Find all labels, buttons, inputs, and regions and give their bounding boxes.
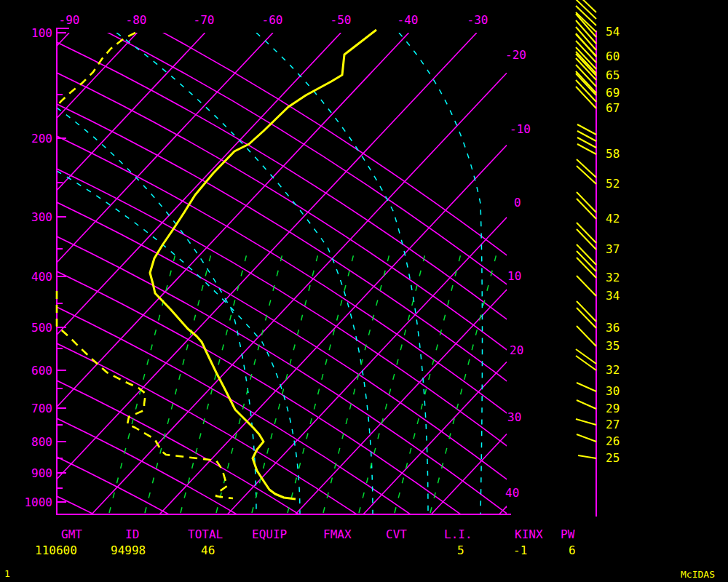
stat-value: 6 [569,545,576,556]
mcidas-sounding-screen: 1002003004005006007008009001000 -90-80-7… [0,0,728,582]
stat-header: FMAX [323,529,352,540]
dry-adiabat-line [57,202,610,560]
wind-speed-label: 65 [606,70,620,81]
dry-adiabat-line [57,136,610,494]
dry-adiabat-line [57,104,610,462]
isotherm-line [431,33,728,514]
stat-header: CVT [386,529,407,540]
temperature-label-top: -90 [59,15,80,25]
temperature-trace [150,30,376,499]
wind-barb-feather [577,383,596,391]
temperature-label-top: -50 [331,15,352,25]
wind-barb-feather [576,349,596,364]
temperature-label-top: -70 [194,15,215,25]
stat-value: 46 [201,545,215,556]
temperature-label-top: -60 [262,15,283,25]
dry-adiabat-line [57,457,610,582]
pressure-label: 900 [31,468,52,479]
pressure-label: 600 [31,365,52,376]
wind-speed-label: 35 [606,340,620,351]
wind-speed-label: 67 [606,103,620,113]
wind-speed-label: 36 [606,322,620,333]
mcidas-brand: McIDAS [681,569,715,580]
temperature-label-top: -40 [397,15,419,25]
stat-header: TOTAL [188,529,223,540]
stat-value: -1 [513,545,527,556]
wind-speed-label: 54 [606,26,620,37]
wind-speed-label: 37 [606,244,620,255]
mixing-ratio-line [181,251,248,513]
dry-adiabat-line [57,169,610,527]
wind-speed-label: 32 [606,272,620,283]
pressure-label: 500 [31,322,52,333]
moist-adiabat-line [57,108,256,514]
wind-barb-feather [576,20,596,44]
pressure-label: 700 [31,403,52,414]
wind-speed-label: 26 [606,436,620,447]
temperature-label-right: 10 [507,271,521,282]
wind-speed-label: 58 [606,148,620,159]
temperature-label-right: 20 [510,345,523,356]
pressure-label: 800 [31,436,52,447]
pressure-label: 300 [31,212,52,223]
mixing-ratio-line [109,251,176,513]
dewpoint-trace [57,33,135,106]
wind-barb-feather [576,52,596,73]
wind-speed-label: 69 [606,87,620,98]
pressure-label: 200 [31,133,52,144]
wind-barb-feather [576,27,596,50]
stat-header: PW [561,529,574,540]
dewpoint-trace [57,291,233,498]
pressure-label: 400 [31,271,52,282]
wind-barb-feather [578,455,596,458]
wind-speed-label: 25 [606,453,620,463]
wind-barb-feather [576,356,596,370]
wind-barb-feather [577,326,596,346]
pressure-label: 100 [31,28,52,39]
stat-header: EQUIP [252,529,287,540]
wind-speed-label: 30 [606,386,620,396]
isotherm-line [159,33,612,514]
dry-adiabat-line [57,0,610,336]
stat-value: 5 [457,545,464,556]
temperature-label-top: -80 [126,15,147,25]
mixing-ratio-line [288,251,355,513]
wind-speed-label: 34 [606,290,620,301]
frame-number: 1 [4,568,10,579]
temperature-label-top: -30 [467,15,488,25]
isotherm-line [0,33,1,514]
moist-adiabat-line [399,33,483,514]
isotherm-line [0,33,137,514]
temperature-label-right: 0 [514,197,521,208]
wind-speed-label: 29 [606,403,620,414]
wind-barb-feather [576,47,596,69]
stat-value: 110600 [35,545,77,556]
temperature-label-right: 30 [507,412,521,423]
dry-adiabat-line [57,42,610,400]
isotherm-line [92,33,545,514]
temperature-label-right: 40 [505,487,519,498]
wind-barb-feather [577,400,596,409]
dry-adiabat-line [57,7,610,365]
wind-barb-feather [576,54,596,76]
stat-value: 94998 [111,545,146,556]
wind-speed-label: 27 [606,419,620,430]
wind-speed-label: 42 [606,213,620,224]
stat-header: GMT [61,529,82,540]
wind-speed-label: 32 [606,364,620,375]
mixing-ratio-line [216,251,283,513]
moist-adiabat-line [116,33,373,514]
moist-adiabat-line [256,33,428,514]
temperature-label-right: -20 [505,49,526,60]
wind-barb-feather [577,276,596,296]
wind-speed-label: 52 [606,178,620,189]
temperature-label-right: -10 [510,124,531,135]
pressure-label: 1000 [24,497,52,508]
dry-adiabat-grid [57,0,610,582]
stat-header: KINX [515,529,543,540]
stat-header: L.I. [444,529,472,540]
wind-barb-feather [577,434,596,442]
mixing-ratio-lines [109,251,497,513]
wind-barb-feather [576,14,596,37]
stat-header: ID [125,529,139,540]
